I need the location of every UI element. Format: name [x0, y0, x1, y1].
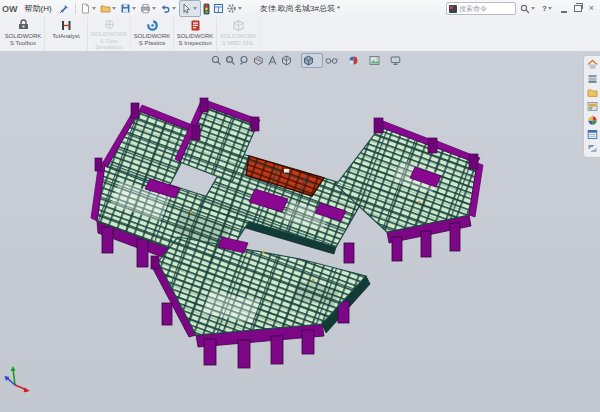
undo-button[interactable] — [159, 1, 179, 16]
solidworks-resources-tab[interactable] — [587, 59, 598, 70]
graphics-area[interactable] — [0, 51, 600, 412]
select-button[interactable] — [179, 0, 201, 17]
help-button[interactable]: ? — [541, 1, 555, 16]
flow-simulation-icon — [103, 19, 116, 30]
file-properties-icon — [213, 3, 224, 14]
toolbar-separator — [75, 3, 76, 14]
addin-inspection[interactable]: SOLIDWORKS Inspection — [174, 17, 217, 51]
addin-tolanalyst[interactable]: TolAnalyst — [45, 17, 88, 51]
options-gear-icon — [226, 3, 237, 14]
options-button[interactable] — [225, 1, 245, 16]
heads-up-view-toolbar — [210, 53, 409, 67]
save-button[interactable] — [119, 1, 139, 16]
menu-help[interactable]: 帮助(H) — [21, 2, 56, 15]
pin-menu-icon[interactable] — [59, 4, 69, 14]
hide-show-items-button[interactable] — [324, 54, 346, 67]
minimize-button[interactable] — [558, 3, 569, 15]
addins-command-bar: SOLIDWORKS Toolbox TolAnalyst SOLIDWORKS… — [0, 17, 600, 52]
undo-icon — [160, 3, 171, 14]
solidworks-logo-fragment: OW — [2, 4, 18, 14]
print-icon — [140, 3, 151, 14]
view-settings-button[interactable] — [389, 54, 409, 67]
document-title: 友佳.欧尚名城3#总装 * — [260, 0, 340, 17]
new-document-icon — [80, 3, 91, 14]
rebuild-button[interactable] — [201, 1, 212, 16]
file-explorer-tab[interactable] — [587, 87, 598, 98]
addin-flow-simulation[interactable]: SOLIDWORKS Flow Simulation — [88, 17, 131, 51]
section-view-button[interactable] — [252, 54, 265, 67]
display-style-button[interactable] — [301, 53, 323, 68]
edit-appearance-button[interactable] — [347, 54, 367, 67]
appearances-scenes-tab[interactable] — [587, 115, 598, 126]
search-placeholder: 搜索命令 — [459, 4, 487, 14]
previous-view-button[interactable] — [238, 54, 251, 67]
reference-triad — [5, 366, 31, 393]
select-cursor-icon — [181, 3, 192, 14]
search-scope-button[interactable] — [519, 1, 538, 16]
restore-button[interactable] — [572, 3, 583, 15]
open-folder-icon — [100, 3, 111, 14]
solidworks-doc-icon — [449, 5, 457, 13]
view-palette-tab[interactable] — [587, 101, 598, 112]
zoom-to-fit-button[interactable] — [210, 54, 223, 67]
save-icon — [120, 3, 131, 14]
annotations-button[interactable] — [266, 54, 279, 67]
toolbox-icon — [17, 19, 30, 32]
rebuild-traffic-light-icon — [202, 3, 211, 15]
zoom-to-area-button[interactable] — [224, 54, 237, 67]
view-orientation-button[interactable] — [280, 54, 300, 67]
addin-mbd-snl[interactable]: SOLIDWORKS MBD SNL — [217, 17, 260, 51]
addin-plastics[interactable]: SOLIDWORKS Plastics — [131, 17, 174, 51]
solidworks-forum-tab[interactable] — [587, 143, 598, 154]
plastics-icon — [146, 19, 159, 32]
magnifier-icon — [520, 4, 530, 14]
inspection-icon — [189, 19, 202, 32]
new-document-button[interactable] — [79, 1, 99, 16]
addin-solidworks-toolbox[interactable]: SOLIDWORKS Toolbox — [2, 17, 45, 51]
design-library-tab[interactable] — [587, 73, 598, 84]
mbd-icon — [232, 19, 245, 32]
menu-bar: OW 帮助(H) — [0, 0, 600, 18]
close-button[interactable]: × — [586, 3, 597, 15]
custom-properties-tab[interactable] — [587, 129, 598, 140]
file-properties-button[interactable] — [212, 1, 225, 16]
search-commands-input[interactable]: 搜索命令 — [446, 2, 516, 15]
print-button[interactable] — [139, 1, 159, 16]
task-pane-tabs — [583, 55, 600, 158]
solidworks-window: OW 帮助(H) — [0, 0, 600, 412]
apply-scene-button[interactable] — [368, 54, 388, 67]
open-button[interactable] — [99, 1, 119, 16]
tolanalyst-icon — [60, 19, 73, 32]
model-3d-assembly[interactable] — [0, 51, 600, 412]
